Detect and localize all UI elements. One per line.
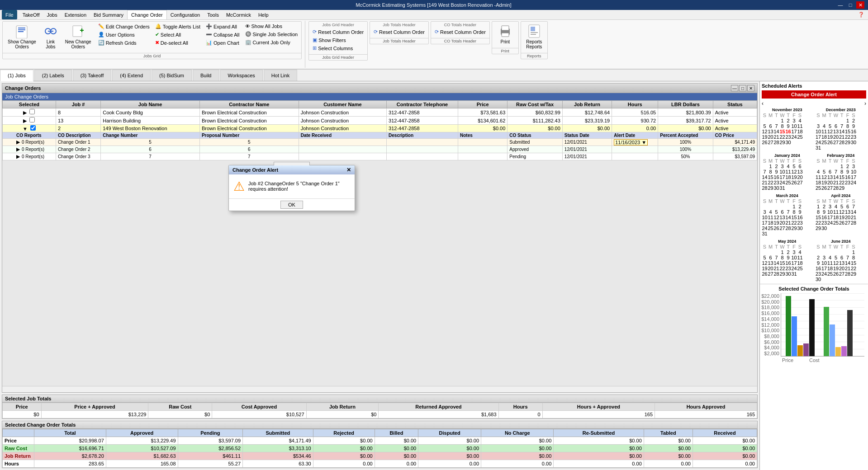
reset-col-order-co-button[interactable]: ⟳ Reset Column Order [433, 28, 488, 36]
y-label-10k: $10,000 [761, 328, 779, 333]
job8-checkbox[interactable] [29, 109, 35, 114]
job2-expand-icon[interactable]: ▼ [23, 126, 28, 132]
co2-expand[interactable]: ▶ [16, 146, 20, 152]
cal-feb-title: February 2024 [816, 153, 867, 158]
menu-takeoff[interactable]: TakeOff [19, 10, 43, 19]
co3-alert-date [612, 153, 658, 160]
cal-jan-days: 123456 78910111213 14151617181920 212223… [762, 164, 813, 191]
tab-hot-link[interactable]: Hot Link [264, 70, 297, 81]
job13-expand-icon[interactable]: ▶ [23, 118, 27, 123]
print-button[interactable]: Print [494, 23, 517, 46]
co1-expand[interactable]: ▶ [16, 139, 20, 145]
dialog-drag-handle[interactable] [274, 162, 310, 165]
table-row[interactable]: ▼ 2 149 West Boston Renovation Brown Ele… [3, 125, 757, 132]
co3-status: Pending [508, 153, 563, 160]
new-change-orders-icon [71, 24, 85, 38]
select-all-button[interactable]: ✔ Select All [153, 31, 202, 38]
list-item[interactable]: ▶0 Report(s) Change Order 1 5 5 Submitte… [3, 139, 757, 146]
collapse-all-button[interactable]: ➖ Collapse All [204, 31, 241, 38]
link-jobs-button[interactable]: LinkJobs [39, 23, 62, 51]
tab-bidsum[interactable]: (5) BidSum [152, 70, 192, 81]
new-change-orders-button[interactable]: New ChangeOrders [62, 23, 95, 51]
job2-selected-cell: ▼ [3, 125, 56, 132]
co-jobreturn-submitted: $534.46 [243, 452, 313, 460]
co-hours-pending: 55.27 [178, 460, 243, 468]
open-chart-button[interactable]: 📊 Open Chart [204, 39, 241, 47]
tab-build[interactable]: Build [193, 70, 219, 81]
reset-col-order-totals-button[interactable]: ⟳ Reset Column Order [372, 28, 427, 36]
toggle-alerts-button[interactable]: 🔔 Toggle Alerts List [153, 23, 202, 30]
job2-checkbox[interactable] [30, 125, 36, 131]
ribbon-group-print: Print Print [492, 21, 519, 54]
co-col-tabled: Tabled [644, 429, 693, 437]
co-jobreturn-received: $0.00 [693, 452, 757, 460]
menu-change-order[interactable]: Change Order [127, 10, 167, 19]
menu-extension[interactable]: Extension [61, 10, 90, 19]
cal-jan-header: SMTWTFS [762, 158, 813, 164]
show-change-orders-button[interactable]: Show ChangeOrders [5, 23, 39, 51]
job8-rawcost: $60,832.99 [508, 108, 563, 117]
co-panel-min-btn[interactable]: — [731, 85, 738, 91]
table-row[interactable]: ▶ 8 Cook County Bldg Brown Electrical Co… [3, 108, 757, 117]
alert-dialog-close-button[interactable]: ✕ [346, 167, 351, 173]
co-price-rejected: $0.00 [313, 437, 375, 445]
tab-workspaces[interactable]: Workspaces [220, 70, 263, 81]
co-status-date-header: Status Date [562, 132, 612, 139]
cal-next-button[interactable]: › [864, 100, 866, 107]
menu-configuration[interactable]: Configuration [167, 10, 204, 19]
minimize-button[interactable]: — [836, 1, 844, 9]
current-job-button[interactable]: 🏢 Current Job Only [243, 38, 300, 46]
maximize-button[interactable]: □ [846, 1, 854, 9]
cal-prev-button[interactable]: ‹ [762, 100, 764, 107]
co3-pct: 50% [658, 153, 713, 160]
user-options-button[interactable]: 👤 User Options [96, 31, 152, 38]
select-columns-button[interactable]: ⊞ Select Columns [311, 44, 365, 52]
co2-pct: 100% [658, 146, 713, 153]
co-panel-close-btn[interactable]: ✕ [747, 85, 754, 91]
reset-col-order-jobs-button[interactable]: ⟳ Reset Column Order [311, 28, 365, 36]
tab-takeoff[interactable]: (3) Takeoff [73, 70, 112, 81]
table-row[interactable]: ▶ 13 Harrison Building Brown Electrical … [3, 117, 757, 125]
refresh-grids-button[interactable]: 🔄 Refresh Grids [96, 39, 152, 47]
co-hours-billed: 0.00 [375, 460, 418, 468]
table-row: Job Return $2,678.20 $1,682.63 $461.11 $… [3, 452, 757, 460]
menu-file[interactable]: File [2, 10, 17, 19]
job8-expand-icon[interactable]: ▶ [23, 110, 27, 115]
co-date-header: Date Received [299, 132, 386, 139]
menu-bid-summary[interactable]: Bid Summary [90, 10, 127, 19]
alert-ok-button[interactable]: OK [280, 201, 303, 209]
show-filters-button[interactable]: ▣ Show Filters [311, 36, 365, 44]
tab-extend[interactable]: (4) Extend [112, 70, 151, 81]
menu-jobs[interactable]: Jobs [43, 10, 61, 19]
menu-mccormick[interactable]: McCormick [223, 10, 255, 19]
expand-all-button[interactable]: ➕ Expand All [204, 23, 241, 30]
tab-jobs[interactable]: (1) Jobs [0, 70, 33, 81]
menu-help[interactable]: Help [255, 10, 272, 19]
co-panel-restore-btn[interactable]: □ [739, 85, 746, 91]
job8-contractor: Brown Electrical Construction [199, 108, 299, 117]
single-job-button[interactable]: 🔘 Single Job Selection [243, 30, 300, 38]
main-grid[interactable]: Selected Job # Job Name Contractor Name … [2, 100, 757, 386]
tab-labels[interactable]: (2) Labels [34, 70, 72, 81]
help-icon[interactable]: ❓ [858, 12, 868, 18]
co3-expand[interactable]: ▶ [16, 154, 20, 159]
edit-change-orders-button[interactable]: ✏️ Edit Change Orders [96, 23, 152, 30]
refresh-icon: 🔄 [98, 40, 104, 46]
svg-rect-2 [18, 29, 25, 30]
co-jobreturn-resubmitted: $0.00 [554, 452, 644, 460]
job-totals-label-top: Job Totals Header [383, 23, 415, 27]
co-rawcost-received: $0.00 [693, 445, 757, 452]
menu-tools[interactable]: Tools [204, 10, 223, 19]
reports-button[interactable]: ReportsReports [523, 23, 545, 51]
close-button[interactable]: ✕ [856, 1, 864, 9]
co1-alert-badge[interactable]: 11/16/2023 ▼ [614, 139, 648, 146]
job13-checkbox[interactable] [29, 117, 35, 122]
deselect-all-button[interactable]: ✖ De-select All [153, 39, 202, 47]
show-all-jobs-button[interactable]: 👁 Show All Jobs [243, 23, 300, 30]
horizontal-scrollbar[interactable] [2, 386, 757, 392]
list-item[interactable]: ▶0 Report(s) Change Order 3 7 7 Pending … [3, 153, 757, 160]
bar-price-total [786, 296, 791, 356]
list-item[interactable]: ▶0 Report(s) Change Order 2 6 6 Approved… [3, 146, 757, 153]
alerts-title: Scheduled Alerts [762, 83, 866, 89]
alert-dialog-title-bar[interactable]: Change Order Alert ✕ [229, 165, 355, 174]
